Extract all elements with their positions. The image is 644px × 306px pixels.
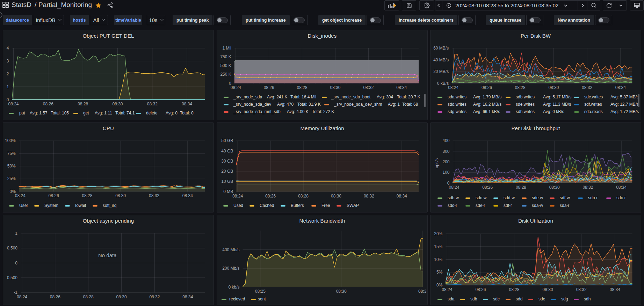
svg-text:0 MB: 0 MB (223, 189, 233, 194)
svg-text:-0.500: -0.500 (6, 275, 17, 280)
svg-text:0.500: 0.500 (7, 246, 17, 251)
svg-text:08:26: 08:26 (482, 85, 492, 90)
svg-text:08:24: 08:24 (448, 85, 458, 90)
svg-text:08:34: 08:34 (182, 102, 192, 106)
svg-text:40 MB/s: 40 MB/s (433, 58, 449, 62)
svg-text:08:28: 08:28 (78, 102, 88, 106)
svg-text:100%: 100% (5, 138, 16, 143)
svg-text:08:26: 08:26 (264, 85, 274, 90)
svg-text:300: 300 (442, 149, 449, 154)
svg-text:20 MB/s: 20 MB/s (433, 69, 449, 74)
svg-text:200 Mb/s: 200 Mb/s (222, 266, 239, 271)
svg-text:750 K: 750 K (220, 54, 231, 59)
svg-text:4: 4 (7, 46, 9, 51)
svg-text:10%: 10% (434, 257, 442, 262)
svg-text:08:26: 08:26 (50, 294, 60, 299)
svg-text:400 Mb/s: 400 Mb/s (222, 247, 239, 252)
svg-text:250 K: 250 K (220, 72, 231, 77)
svg-text:50%: 50% (7, 164, 16, 169)
svg-text:08:30: 08:30 (549, 185, 560, 190)
svg-text:08:28: 08:28 (297, 85, 307, 90)
svg-text:08:30: 08:30 (115, 193, 126, 198)
svg-text:40 GB: 40 GB (221, 149, 233, 154)
svg-text:08:32: 08:32 (583, 185, 593, 190)
svg-text:08:26: 08:26 (482, 185, 493, 190)
svg-text:08:32: 08:32 (582, 85, 592, 90)
svg-text:08:34: 08:34 (615, 85, 626, 90)
svg-text:08:32: 08:32 (576, 287, 587, 292)
svg-text:08:26: 08:26 (265, 194, 276, 199)
svg-text:100: 100 (442, 170, 449, 175)
svg-text:08:24: 08:24 (231, 85, 241, 90)
svg-text:30 GB: 30 GB (221, 159, 233, 164)
svg-text:3: 3 (7, 59, 9, 64)
svg-text:08:28: 08:28 (83, 294, 94, 299)
svg-text:08:34: 08:34 (396, 85, 407, 90)
svg-text:08:34: 08:34 (397, 194, 407, 199)
svg-text:25%: 25% (7, 176, 16, 181)
svg-text:ops/s: ops/s (434, 158, 439, 169)
svg-text:10 GB: 10 GB (221, 179, 233, 184)
svg-text:08:26: 08:26 (43, 102, 53, 106)
svg-text:08:30: 08:30 (543, 287, 553, 292)
svg-text:08:24: 08:24 (8, 102, 19, 106)
svg-text:08:25: 08:25 (255, 289, 266, 294)
svg-text:08:28: 08:28 (516, 185, 526, 190)
svg-text:08:28: 08:28 (298, 194, 309, 199)
svg-text:08:32: 08:32 (149, 193, 159, 198)
svg-text:2: 2 (7, 72, 9, 76)
svg-text:08:30: 08:30 (112, 102, 123, 106)
svg-text:1 Mil: 1 Mil (222, 46, 231, 51)
svg-text:08:28: 08:28 (509, 287, 519, 292)
svg-text:08:32: 08:32 (149, 294, 160, 299)
svg-text:20 GB: 20 GB (221, 169, 233, 174)
svg-text:08:24: 08:24 (232, 194, 243, 199)
svg-text:08:24: 08:24 (442, 287, 452, 292)
svg-text:08:34: 08:34 (610, 287, 620, 292)
svg-text:200: 200 (442, 159, 449, 164)
svg-text:08:24: 08:24 (17, 294, 27, 299)
svg-text:1: 1 (7, 84, 9, 89)
svg-text:75%: 75% (7, 151, 16, 156)
svg-text:08:24: 08:24 (449, 185, 459, 190)
svg-text:08:30: 08:30 (336, 289, 347, 294)
svg-text:08:26: 08:26 (49, 193, 59, 198)
svg-text:08:34: 08:34 (616, 185, 627, 190)
svg-text:08:3: 08:3 (418, 289, 427, 294)
svg-text:0 kb/s: 0 kb/s (229, 285, 240, 290)
svg-text:15%: 15% (434, 244, 442, 249)
svg-text:08:32: 08:32 (363, 85, 374, 90)
svg-text:1: 1 (15, 231, 17, 236)
svg-text:08:26: 08:26 (475, 287, 486, 292)
svg-text:08:30: 08:30 (548, 85, 559, 90)
svg-text:400: 400 (442, 138, 449, 143)
svg-text:0: 0 (15, 261, 17, 266)
svg-text:50 GB: 50 GB (221, 138, 233, 143)
svg-text:0 kB/s: 0 kB/s (437, 81, 449, 86)
svg-text:08:30: 08:30 (331, 194, 341, 199)
svg-text:08:30: 08:30 (330, 85, 340, 90)
svg-text:20%: 20% (434, 231, 442, 236)
svg-text:08:32: 08:32 (147, 102, 158, 106)
svg-text:08:30: 08:30 (116, 294, 127, 299)
svg-text:08:28: 08:28 (515, 85, 526, 90)
svg-text:08:28: 08:28 (82, 193, 92, 198)
svg-text:5%: 5% (436, 270, 443, 275)
svg-text:60 MB/s: 60 MB/s (433, 46, 449, 51)
svg-text:08:34: 08:34 (182, 294, 193, 299)
svg-text:08:24: 08:24 (15, 193, 26, 198)
svg-text:500 K: 500 K (220, 63, 231, 68)
svg-text:08:34: 08:34 (182, 193, 193, 198)
svg-text:08:32: 08:32 (364, 194, 374, 199)
